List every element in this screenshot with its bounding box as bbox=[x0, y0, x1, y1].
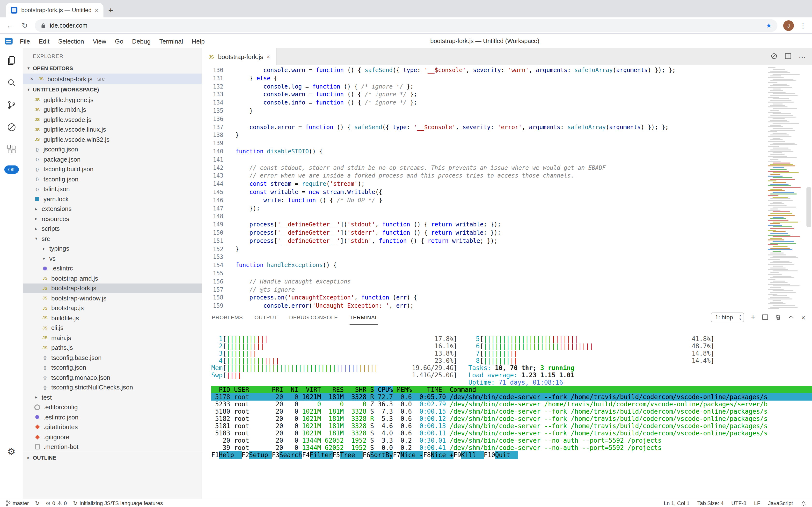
code-line-149[interactable]: 149 process['__defineGetter__']('stdout'… bbox=[202, 221, 766, 229]
editor-tab-bootstrap-fork[interactable]: JS bootstrap-fork.js × bbox=[202, 48, 276, 65]
more-actions-icon[interactable]: ⋯ bbox=[799, 53, 806, 61]
encoding[interactable]: UTF-8 bbox=[731, 500, 746, 506]
code-line-157[interactable]: 157 // @ts-ignore bbox=[202, 286, 766, 294]
bookmark-star-icon[interactable]: ★ bbox=[766, 22, 772, 29]
tree-item-yarn.lock[interactable]: yarn.lock bbox=[23, 194, 202, 204]
source-control-icon[interactable] bbox=[5, 99, 17, 111]
menu-file[interactable]: File bbox=[15, 38, 34, 45]
menu-terminal[interactable]: Terminal bbox=[155, 38, 187, 45]
code-line-146[interactable]: 146 write: function () { /* No OP */ } bbox=[202, 196, 766, 205]
code-line-133[interactable]: 133 console.warn = function () { /* igno… bbox=[202, 91, 766, 99]
minimap[interactable] bbox=[768, 65, 806, 309]
maximize-panel-icon[interactable] bbox=[788, 314, 794, 321]
tree-item-bootstrap-amd.js[interactable]: JSbootstrap-amd.js bbox=[23, 273, 202, 283]
menu-debug[interactable]: Debug bbox=[128, 38, 155, 45]
code-line-155[interactable]: 155 bbox=[202, 270, 766, 278]
tree-item-.gitignore[interactable]: .gitignore bbox=[23, 432, 202, 442]
tree-item-gulpfile.vscode.js[interactable]: JSgulpfile.vscode.js bbox=[23, 115, 202, 125]
branch-indicator[interactable]: master bbox=[6, 500, 29, 506]
tree-item-main.js[interactable]: JSmain.js bbox=[23, 333, 202, 343]
back-icon[interactable]: ← bbox=[6, 21, 14, 30]
open-changes-icon[interactable] bbox=[771, 53, 777, 61]
code-line-143[interactable]: 143 // error when we are inside a forked… bbox=[202, 172, 766, 180]
settings-gear-icon[interactable]: ⚙ bbox=[7, 446, 15, 457]
outline-header[interactable]: ▸ OUTLINE bbox=[23, 452, 202, 462]
tree-item-.mention-bot[interactable]: .mention-bot bbox=[23, 442, 202, 452]
explorer-icon[interactable] bbox=[5, 54, 17, 66]
browser-tab[interactable]: bootstrap-fork.js — Untitled (W × bbox=[6, 3, 104, 17]
tab-terminal[interactable]: TERMINAL bbox=[350, 310, 378, 325]
tree-item-scripts[interactable]: ▸scripts bbox=[23, 224, 202, 234]
language-mode[interactable]: JavaScript bbox=[768, 500, 793, 506]
tree-item-bootstrap.js[interactable]: JSbootstrap.js bbox=[23, 303, 202, 313]
debug-icon[interactable] bbox=[5, 121, 17, 133]
code-line-158[interactable]: 158 process.on('uncaughtException', func… bbox=[202, 294, 766, 302]
sync-indicator[interactable]: ↻ bbox=[35, 500, 40, 506]
tab-close-icon[interactable]: × bbox=[95, 6, 99, 14]
code-line-130[interactable]: 130 console.warn = function () { safeSen… bbox=[202, 66, 766, 74]
tree-item-extensions[interactable]: ▸extensions bbox=[23, 204, 202, 214]
tree-item-tsconfig.strictNullChecks.json[interactable]: {}tsconfig.strictNullChecks.json bbox=[23, 382, 202, 392]
tree-item-tsconfig.build.json[interactable]: {}tsconfig.build.json bbox=[23, 164, 202, 174]
menu-edit[interactable]: Edit bbox=[34, 38, 54, 45]
code-line-139[interactable]: 139 bbox=[202, 139, 766, 148]
process-row-39[interactable]: 39 root 20 0 1344M 62052 1952 S 0.0 0.2 … bbox=[211, 444, 812, 451]
tab-debug-console[interactable]: DEBUG CONSOLE bbox=[289, 310, 338, 325]
notifications-bell-icon[interactable] bbox=[801, 500, 806, 506]
tab-problems[interactable]: PROBLEMS bbox=[212, 310, 243, 325]
code-line-137[interactable]: 137 console.error = function () { safeSe… bbox=[202, 123, 766, 131]
tree-item-package.json[interactable]: {}package.json bbox=[23, 154, 202, 164]
kill-terminal-icon[interactable] bbox=[775, 314, 781, 321]
tree-item-resources[interactable]: ▸resources bbox=[23, 214, 202, 224]
open-editor-item[interactable]: × JS bootstrap-fork.js src bbox=[23, 73, 202, 84]
editor-scrollbar[interactable] bbox=[806, 65, 812, 309]
code-line-134[interactable]: 134 console.info = function () { /* igno… bbox=[202, 99, 766, 107]
tree-item-tsconfig.json[interactable]: {}tsconfig.json bbox=[23, 174, 202, 184]
process-row-5233[interactable]: 5233 root 20 0 0 0 0 Z 36.3 0.0 0:02.79 … bbox=[211, 401, 812, 408]
refresh-icon[interactable]: ↻ bbox=[20, 21, 29, 30]
split-editor-icon[interactable] bbox=[785, 53, 792, 61]
code-line-145[interactable]: 145 const writable = new stream.Writable… bbox=[202, 188, 766, 196]
process-row-5183[interactable]: 5183 root 20 0 1021M 181M 3328 S 4.0 0.6… bbox=[211, 430, 812, 437]
tree-item-.eslintrc.json[interactable]: .eslintrc.json bbox=[23, 412, 202, 422]
tree-item-.editorconfig[interactable]: .editorconfig bbox=[23, 402, 202, 412]
tree-item-src[interactable]: ▾src bbox=[23, 234, 202, 243]
coder-logo-icon[interactable] bbox=[5, 38, 13, 45]
process-row-5182[interactable]: 5182 root 20 0 1021M 181M 3328 R 5.3 0.6… bbox=[211, 415, 812, 422]
close-icon[interactable]: × bbox=[30, 75, 35, 82]
menu-go[interactable]: Go bbox=[111, 38, 128, 45]
tree-item-vs[interactable]: ▸vs bbox=[23, 253, 202, 264]
tree-item-bootstrap-window.js[interactable]: JSbootstrap-window.js bbox=[23, 293, 202, 303]
scrollbar-thumb[interactable] bbox=[806, 187, 811, 227]
code-line-136[interactable]: 136 bbox=[202, 115, 766, 123]
menu-selection[interactable]: Selection bbox=[54, 38, 88, 45]
eol[interactable]: LF bbox=[754, 500, 760, 506]
browser-menu-icon[interactable]: ⋮ bbox=[800, 21, 806, 29]
menu-view[interactable]: View bbox=[88, 38, 111, 45]
close-panel-icon[interactable]: × bbox=[801, 314, 806, 321]
tree-item-tslint.json[interactable]: {}tslint.json bbox=[23, 184, 202, 194]
code-editor[interactable]: 130 console.warn = function () { safeSen… bbox=[202, 65, 812, 309]
tree-item-test[interactable]: ▸test bbox=[23, 392, 202, 402]
tree-item-gulpfile.mixin.js[interactable]: JSgulpfile.mixin.js bbox=[23, 105, 202, 115]
tree-item-tsconfig.json[interactable]: {}tsconfig.json bbox=[23, 362, 202, 373]
search-icon[interactable] bbox=[5, 76, 17, 89]
code-line-132[interactable]: 132 console.log = function () { /* ignor… bbox=[202, 82, 766, 91]
code-line-152[interactable]: 152} bbox=[202, 245, 766, 253]
tree-item-buildfile.js[interactable]: JSbuildfile.js bbox=[23, 313, 202, 323]
tab-close-icon[interactable]: × bbox=[266, 53, 270, 60]
process-row-5180[interactable]: 5180 root 20 0 1021M 181M 3328 S 7.3 0.6… bbox=[211, 408, 812, 415]
avatar[interactable]: J bbox=[783, 20, 794, 31]
tree-item-.gitattributes[interactable]: .gitattributes bbox=[23, 422, 202, 432]
tree-item-gulpfile.hygiene.js[interactable]: JSgulpfile.hygiene.js bbox=[23, 95, 202, 105]
code-line-131[interactable]: 131 } else { bbox=[202, 74, 766, 83]
tree-item-.eslintrc[interactable]: .eslintrc bbox=[23, 264, 202, 273]
split-terminal-icon[interactable] bbox=[762, 314, 768, 321]
code-line-156[interactable]: 156 // Handle uncaught exceptions bbox=[202, 277, 766, 286]
code-line-151[interactable]: 151 process['__defineGetter__']('stdin',… bbox=[202, 237, 766, 245]
tree-item-gulpfile.vscode.win32.js[interactable]: JSgulpfile.vscode.win32.js bbox=[23, 134, 202, 145]
terminal-view[interactable]: 1[||||||||||| 17.8%] 2[|||||||||| 16.1%]… bbox=[202, 325, 812, 499]
code-line-138[interactable]: 138} bbox=[202, 131, 766, 139]
process-row-5178[interactable]: 5178 root 20 0 1021M 181M 3328 R 72.7 0.… bbox=[211, 393, 812, 401]
code-line-147[interactable]: 147 }); bbox=[202, 205, 766, 213]
